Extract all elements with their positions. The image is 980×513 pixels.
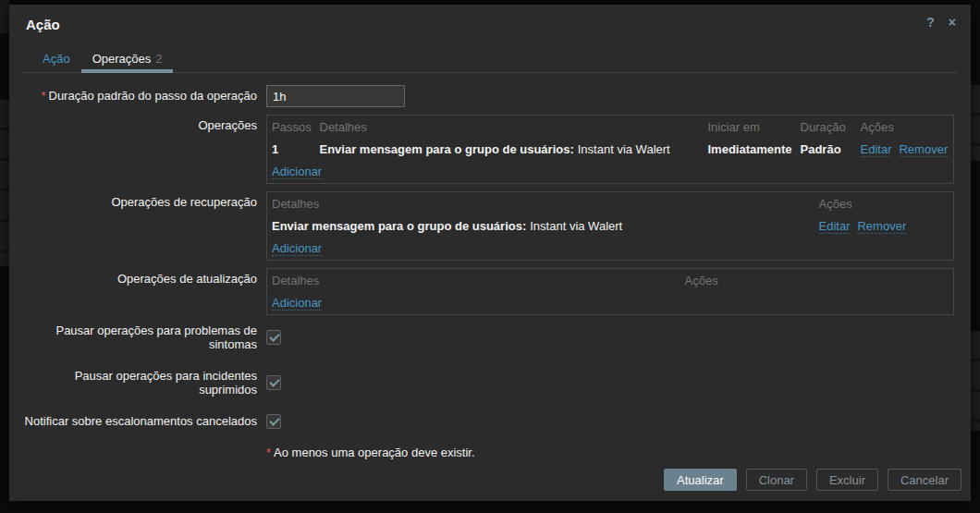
operations-table: Passos Detalhes Iniciar em Duração Ações…: [266, 115, 954, 184]
dialog-header: Ação ? ×: [9, 5, 971, 32]
operation-details: Enviar mensagem para o grupo de usuários…: [315, 139, 704, 161]
operations-form: *Duração padrão do passo da operação Ope…: [9, 73, 971, 459]
operation-actions: EditarRemover: [856, 139, 954, 161]
action-dialog: Ação ? × Ação Operações2 *Duração padrão…: [9, 5, 971, 501]
tab-operacoes-count-badge: 2: [155, 52, 162, 66]
column-header-iniciar-em: Iniciar em: [704, 116, 796, 140]
tab-operacoes[interactable]: Operações2: [81, 47, 174, 73]
column-header-detalhes: Detalhes: [267, 269, 680, 293]
recovery-operation-row: Enviar mensagem para o grupo de usuários…: [267, 215, 954, 238]
cancel-button[interactable]: Cancelar: [888, 469, 962, 491]
operation-duration: Padrão: [796, 139, 856, 161]
background-page-rows-left: [0, 100, 9, 266]
pause-symptom-problems-label: Pausar operações para problemas de sinto…: [18, 323, 266, 351]
column-header-detalhes: Detalhes: [267, 192, 815, 216]
operations-label: Operações: [18, 115, 266, 184]
pause-suppressed-incidents-row: Pausar operações para incidentes suprimi…: [18, 368, 971, 397]
remove-link[interactable]: Remover: [899, 142, 948, 157]
tab-bar: Ação Operações2: [22, 47, 958, 73]
column-header-duracao: Duração: [796, 116, 856, 140]
column-header-acoes: Ações: [680, 269, 954, 293]
operation-row: 1 Enviar mensagem para o grupo de usuári…: [267, 139, 954, 161]
step-duration-label: *Duração padrão do passo da operação: [18, 85, 266, 107]
help-icon[interactable]: ?: [926, 14, 935, 31]
operations-row: Operações Passos Detalhes Iniciar em Dur…: [18, 115, 971, 184]
add-update-operation-link[interactable]: Adicionar: [272, 296, 322, 311]
required-asterisk: *: [266, 446, 271, 459]
notify-cancelled-escalations-label: Notificar sobre escalonamentos cancelado…: [18, 413, 266, 428]
close-icon[interactable]: ×: [949, 14, 956, 31]
required-note-row: *Ao menos uma operação deve existir.: [18, 446, 971, 459]
recovery-operation-actions: EditarRemover: [815, 215, 954, 238]
pause-suppressed-incidents-checkbox[interactable]: [266, 375, 281, 390]
tab-operacoes-label: Operações: [92, 52, 152, 66]
background-page-rows-right-top: [971, 85, 980, 161]
update-operations-label: Operações de atualização: [18, 268, 266, 315]
tab-acao[interactable]: Ação: [31, 47, 81, 72]
recovery-operation-details: Enviar mensagem para o grupo de usuários…: [267, 215, 815, 238]
add-recovery-operation-link[interactable]: Adicionar: [272, 241, 322, 256]
step-duration-input[interactable]: [266, 85, 405, 107]
pause-symptom-problems-row: Pausar operações para problemas de sinto…: [18, 323, 971, 351]
notify-cancelled-escalations-row: Notificar sobre escalonamentos cancelado…: [18, 413, 971, 429]
required-asterisk: *: [41, 89, 45, 103]
update-operations-row: Operações de atualização Detalhes Ações …: [18, 268, 971, 315]
update-button[interactable]: Atualizar: [664, 469, 737, 491]
edit-link[interactable]: Editar: [819, 219, 851, 234]
recovery-operations-label: Operações de recuperação: [18, 191, 266, 261]
update-operations-table: Detalhes Ações Adicionar: [266, 268, 954, 315]
pause-symptom-problems-checkbox[interactable]: [266, 330, 281, 345]
column-header-detalhes: Detalhes: [315, 116, 704, 140]
recovery-operations-table: Detalhes Ações Enviar mensagem para o gr…: [266, 191, 954, 261]
column-header-acoes: Ações: [856, 116, 954, 140]
recovery-operations-row: Operações de recuperação Detalhes Ações …: [18, 191, 971, 261]
remove-link[interactable]: Remover: [857, 219, 906, 234]
delete-button[interactable]: Excluir: [816, 469, 878, 491]
column-header-passos: Passos: [267, 116, 315, 140]
background-page-fragment: [0, 0, 9, 33]
dialog-title: Ação: [26, 17, 60, 32]
add-operation-link[interactable]: Adicionar: [272, 165, 322, 179]
notify-cancelled-escalations-checkbox[interactable]: [266, 414, 281, 429]
background-page-rows-right-bottom: [971, 331, 980, 431]
dialog-footer: Atualizar Clonar Excluir Cancelar: [664, 469, 962, 491]
required-note: *Ao menos uma operação deve existir.: [266, 446, 475, 459]
step-duration-row: *Duração padrão do passo da operação: [18, 85, 971, 107]
clone-button[interactable]: Clonar: [746, 469, 807, 491]
operation-start-in: Imediatamente: [704, 139, 796, 161]
column-header-acoes: Ações: [815, 192, 954, 216]
pause-suppressed-incidents-label: Pausar operações para incidentes suprimi…: [18, 368, 266, 397]
edit-link[interactable]: Editar: [861, 142, 892, 157]
operation-step: 1: [267, 139, 315, 161]
